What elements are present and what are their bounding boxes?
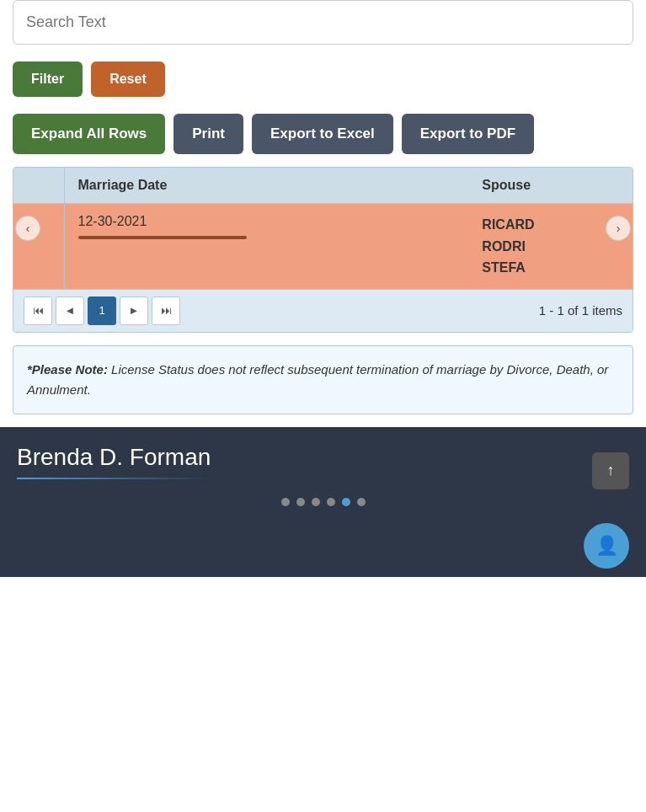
col-marriage-date: Marriage Date (64, 168, 468, 204)
nav-arrow-left[interactable]: ‹ (15, 216, 40, 241)
export-excel-button[interactable]: Export to Excel (252, 114, 393, 154)
footer: Brenda D. Forman ↑ 👤 (0, 427, 646, 577)
col-expand (13, 168, 64, 204)
spouse-names: RICARDRODRISTEFA (482, 214, 619, 279)
page-prev-button[interactable]: ◄ (56, 296, 84, 325)
pagination-row: ⏮ ◄ 1 ► ⏭ 1 - 1 of 1 items (13, 289, 633, 332)
note-box: *Please Note: License Status does not re… (13, 345, 633, 414)
scroll-indicator (78, 236, 247, 239)
nav-arrow-right[interactable]: › (606, 216, 631, 241)
scroll-top-button[interactable]: ↑ (592, 452, 629, 489)
table-scroll[interactable]: Marriage Date Spouse 12-30-2021 RICA (13, 168, 633, 289)
table-wrapper: ‹ Marriage Date Spouse 12-30-2021 (13, 168, 633, 289)
footer-title: Brenda D. Forman (17, 444, 211, 471)
dot-1 (281, 498, 290, 506)
export-pdf-button[interactable]: Export to PDF (402, 114, 534, 154)
note-text: *Please Note: License Status does not re… (27, 362, 608, 397)
page-1-button[interactable]: 1 (88, 296, 116, 325)
dot-6 (357, 498, 366, 506)
filter-button[interactable]: Filter (13, 61, 83, 97)
expand-all-button[interactable]: Expand All Rows (13, 114, 165, 154)
dot-2 (296, 498, 305, 506)
dots-row (17, 498, 629, 506)
page-next-button[interactable]: ► (120, 296, 148, 325)
dot-4 (327, 498, 335, 506)
action-row: Expand All Rows Print Export to Excel Ex… (0, 105, 646, 158)
reset-button[interactable]: Reset (91, 61, 165, 97)
col-spouse: Spouse (468, 168, 633, 204)
dot-5 (342, 498, 350, 506)
table-container: ‹ Marriage Date Spouse 12-30-2021 (13, 167, 633, 333)
footer-left: Brenda D. Forman (17, 444, 211, 489)
print-button[interactable]: Print (174, 114, 243, 154)
footer-line (17, 478, 211, 479)
results-table: Marriage Date Spouse 12-30-2021 RICA (13, 168, 633, 289)
footer-bottom: Brenda D. Forman ↑ (17, 444, 629, 489)
dot-3 (312, 498, 320, 506)
search-area (13, 0, 633, 45)
pagination-info: 1 - 1 of 1 items (539, 303, 622, 318)
page-last-button[interactable]: ⏭ (152, 296, 180, 325)
table-row: 12-30-2021 RICARDRODRISTEFA (13, 204, 633, 289)
filter-row: Filter Reset (0, 53, 646, 105)
marriage-date-cell: 12-30-2021 (64, 204, 468, 289)
marriage-date-value: 12-30-2021 (78, 214, 456, 229)
spouse-cell: RICARDRODRISTEFA (468, 204, 633, 289)
avatar: 👤 (584, 523, 629, 569)
page-first-button[interactable]: ⏮ (24, 296, 52, 325)
search-input[interactable] (26, 9, 620, 35)
